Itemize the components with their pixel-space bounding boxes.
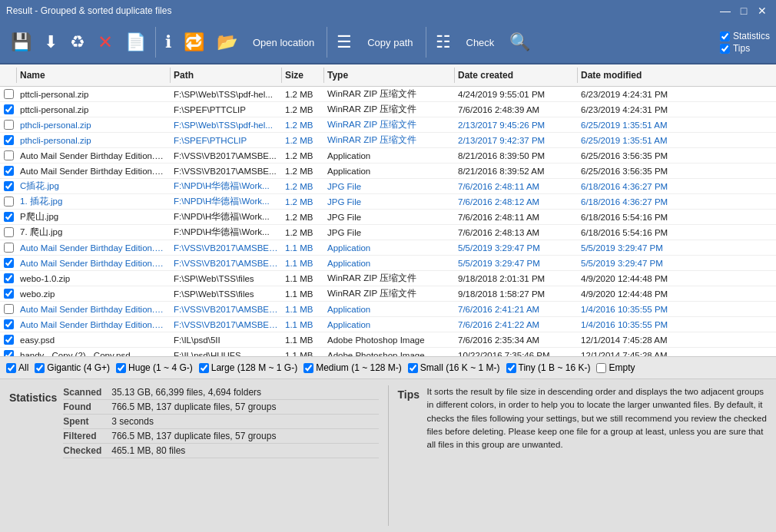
tips-checkbox-label[interactable]: Tips	[720, 43, 770, 54]
row-checkbox[interactable]	[4, 335, 14, 345]
statistics-checkbox-label[interactable]: Statistics	[720, 31, 770, 41]
filter-all[interactable]: All	[6, 362, 28, 373]
filter-large[interactable]: Large (128 M ~ 1 G-)	[199, 362, 297, 373]
lines-button[interactable]: ☰	[332, 31, 356, 54]
table-scroll[interactable]: Name Path Size Type Date created Date mo…	[0, 64, 776, 356]
row-checkbox-cell[interactable]	[0, 304, 17, 314]
table-row: 7. 爬山.jpg F:\NPD\H华德福\Work... 1.2 MB JPG…	[0, 225, 776, 240]
row-checkbox-cell[interactable]	[0, 258, 17, 268]
row-checkbox-cell[interactable]	[0, 335, 17, 345]
row-checkbox[interactable]	[4, 273, 14, 283]
cell-path: F:\VSS\VB2017\AMSBE...	[171, 166, 282, 177]
row-checkbox-cell[interactable]	[0, 350, 17, 356]
row-checkbox[interactable]	[4, 350, 14, 356]
cell-name: pttcli-personal.zip	[17, 104, 171, 115]
row-checkbox-cell[interactable]	[0, 243, 17, 253]
header-modified[interactable]: Date modified	[578, 68, 712, 83]
filter-huge-checkbox[interactable]	[116, 363, 126, 373]
row-checkbox-cell[interactable]	[0, 135, 17, 145]
open-location-button[interactable]: Open location	[245, 32, 322, 53]
filter-small-checkbox[interactable]	[408, 363, 418, 373]
row-checkbox[interactable]	[4, 197, 14, 207]
row-checkbox-cell[interactable]	[0, 104, 17, 114]
row-checkbox[interactable]	[4, 150, 14, 160]
table-row: webo-1.0.zip F:\SP\Web\TSS\files 1.1 MB …	[0, 271, 776, 286]
row-checkbox-cell[interactable]	[0, 150, 17, 160]
copy-path-button[interactable]: Copy path	[360, 32, 420, 53]
table-row: Auto Mail Sender Birthday Edition.exe F:…	[0, 164, 776, 179]
row-checkbox[interactable]	[4, 89, 14, 99]
row-checkbox[interactable]	[4, 135, 14, 145]
info-button[interactable]: ℹ	[161, 31, 176, 54]
row-checkbox[interactable]	[4, 258, 14, 268]
header-created[interactable]: Date created	[455, 68, 578, 83]
row-checkbox[interactable]	[4, 289, 14, 299]
row-checkbox-cell[interactable]	[0, 89, 17, 99]
stat-checked-key: Checked	[63, 445, 105, 456]
check-button[interactable]: Check	[459, 32, 502, 53]
maximize-button[interactable]: □	[736, 3, 751, 18]
row-checkbox[interactable]	[4, 120, 14, 130]
row-checkbox-cell[interactable]	[0, 319, 17, 329]
filter-large-checkbox[interactable]	[199, 363, 209, 373]
row-checkbox[interactable]	[4, 227, 14, 237]
header-type[interactable]: Type	[324, 68, 455, 83]
cell-name: handy - Copy (2) - Copy.psd	[17, 350, 171, 357]
export-button[interactable]: 📄	[121, 31, 151, 54]
folder-button[interactable]: 📂	[212, 31, 242, 54]
filter-gigantic[interactable]: Gigantic (4 G+)	[35, 362, 110, 373]
row-checkbox-cell[interactable]	[0, 181, 17, 191]
cell-path: F:\VSS\VB2017\AMSBE-...	[171, 258, 282, 269]
filter-huge[interactable]: Huge (1 ~ 4 G-)	[116, 362, 193, 373]
row-checkbox[interactable]	[4, 243, 14, 253]
cell-path: F:\SPEF\PTHCLIP	[171, 135, 282, 146]
recycle-button[interactable]: ♻	[65, 31, 90, 54]
header-name[interactable]: Name	[17, 68, 171, 83]
filter-small[interactable]: Small (16 K ~ 1 M-)	[408, 362, 500, 373]
tips-checkbox[interactable]	[720, 44, 730, 54]
cell-modified: 1/4/2016 10:35:55 PM	[578, 304, 712, 315]
filter-button[interactable]: ☷	[431, 31, 456, 54]
row-checkbox[interactable]	[4, 166, 14, 176]
window-controls[interactable]: — □ ✕	[718, 3, 770, 18]
delete-button[interactable]: ✕	[93, 30, 118, 55]
cell-size: 1.2 MB	[282, 150, 324, 161]
row-checkbox-cell[interactable]	[0, 273, 17, 283]
filter-medium[interactable]: Medium (1 ~ 128 M-)	[303, 362, 402, 373]
bottom-area: Statistics Scanned 35.13 GB, 66,399 file…	[0, 379, 776, 532]
row-checkbox-cell[interactable]	[0, 166, 17, 176]
close-button[interactable]: ✕	[754, 3, 770, 18]
row-checkbox-cell[interactable]	[0, 197, 17, 207]
row-checkbox-cell[interactable]	[0, 120, 17, 130]
search-button[interactable]: 🔍	[505, 31, 535, 54]
cell-created: 7/6/2016 2:48:11 AM	[455, 212, 578, 223]
filter-medium-checkbox[interactable]	[303, 363, 313, 373]
filter-empty[interactable]: Empty	[596, 362, 635, 373]
statistics-checkbox[interactable]	[720, 31, 730, 41]
download-button[interactable]: ⬇	[39, 31, 62, 54]
cell-name: pttcli-personal.zip	[17, 89, 171, 100]
search-icon: 🔍	[509, 34, 530, 51]
row-checkbox[interactable]	[4, 212, 14, 222]
filter-empty-checkbox[interactable]	[596, 363, 606, 373]
cell-created: 9/18/2018 2:01:31 PM	[455, 273, 578, 284]
row-checkbox[interactable]	[4, 319, 14, 329]
row-checkbox-cell[interactable]	[0, 212, 17, 222]
row-checkbox-cell[interactable]	[0, 227, 17, 237]
header-size[interactable]: Size	[282, 68, 324, 83]
filter-gigantic-checkbox[interactable]	[35, 363, 45, 373]
filter-all-checkbox[interactable]	[6, 363, 16, 373]
row-checkbox[interactable]	[4, 104, 14, 114]
filter-tiny[interactable]: Tiny (1 B ~ 16 K-)	[506, 362, 591, 373]
row-checkbox-cell[interactable]	[0, 289, 17, 299]
cell-type: Application	[324, 150, 455, 161]
filter-tiny-checkbox[interactable]	[506, 363, 516, 373]
filter-tiny-label: Tiny (1 B ~ 16 K-)	[519, 362, 591, 373]
table-row: 1. 插花.jpg F:\NPD\H华德福\Work... 1.2 MB JPG…	[0, 194, 776, 210]
save-button[interactable]: 💾	[6, 31, 36, 54]
row-checkbox[interactable]	[4, 304, 14, 314]
row-checkbox[interactable]	[4, 181, 14, 191]
minimize-button[interactable]: —	[718, 3, 733, 18]
copy-button[interactable]: 🔁	[179, 31, 209, 54]
header-path[interactable]: Path	[171, 68, 282, 83]
